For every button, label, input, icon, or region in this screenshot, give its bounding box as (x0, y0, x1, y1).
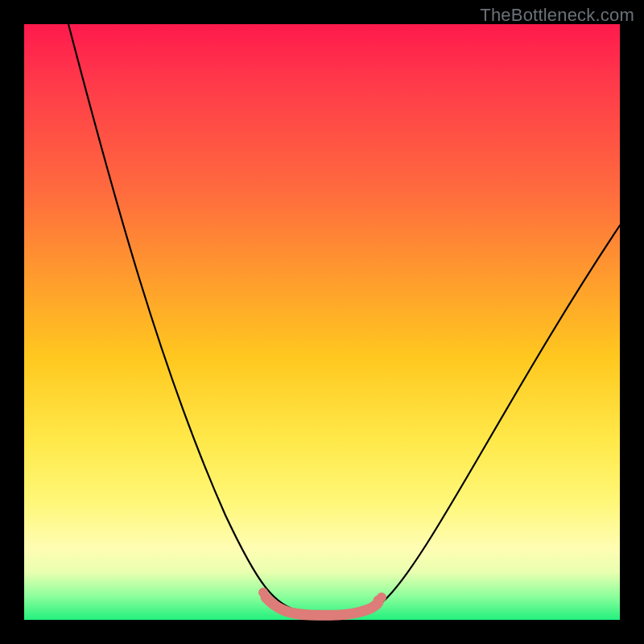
bottleneck-curve-svg (24, 24, 620, 620)
marker-dot-left (258, 588, 268, 597)
chart-frame: TheBottleneck.com (0, 0, 644, 644)
marker-dot-right (377, 592, 386, 602)
optimal-range-marker (266, 597, 378, 615)
watermark-text: TheBottleneck.com (480, 5, 634, 26)
gradient-plot-area (24, 24, 620, 620)
bottleneck-curve-line (68, 24, 620, 615)
